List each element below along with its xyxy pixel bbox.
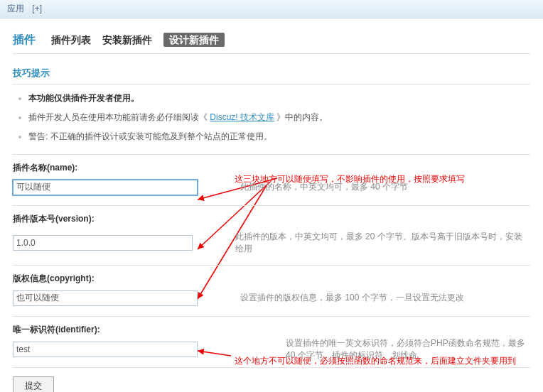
- hint-identifier: 设置插件的唯一英文标识符，必须符合PHP函数命名规范，最多 40 个字节。插件的…: [286, 337, 530, 361]
- tip-item: 插件开发人员在使用本功能前请务必仔细阅读《 Discuz! 技术文库 》中的内容…: [28, 111, 530, 124]
- nav-title: 插件: [13, 33, 36, 45]
- submit-button[interactable]: 提交: [13, 376, 54, 392]
- input-name[interactable]: [13, 180, 198, 195]
- hint-copyright: 设置插件的版权信息，最多 100 个字节，一旦设置无法更改: [240, 292, 464, 304]
- top-bar: 应用 [+]: [0, 0, 543, 18]
- app-label[interactable]: 应用: [7, 4, 24, 13]
- input-version[interactable]: [13, 235, 193, 251]
- hint-name: 此插件的名称，中英文均可，最多 40 个字节: [240, 181, 408, 193]
- tips-header: 技巧提示: [13, 60, 530, 85]
- tab-design-plugin[interactable]: 设计新插件: [163, 33, 225, 47]
- tips-list: 本功能仅供插件开发者使用。 插件开发人员在使用本功能前请务必仔细阅读《 Disc…: [13, 92, 530, 144]
- field-name: 插件名称(name): 此插件的名称，中英文均可，最多 40 个字节: [13, 154, 530, 205]
- tab-plugin-list[interactable]: 插件列表: [51, 34, 91, 45]
- field-copyright: 版权信息(copyright): 设置插件的版权信息，最多 100 个字节，一旦…: [13, 265, 530, 316]
- add-icon[interactable]: [+]: [32, 4, 42, 13]
- input-identifier[interactable]: [13, 342, 198, 357]
- tab-install-plugin[interactable]: 安装新插件: [102, 34, 152, 45]
- field-version: 插件版本号(version): 此插件的版本，中英文均可，最多 20 个字节。版…: [13, 205, 530, 265]
- tip-item: 警告: 不正确的插件设计或安装可能危及到整个站点的正常使用。: [28, 130, 530, 143]
- label-identifier: 唯一标识符(identifier):: [13, 324, 530, 336]
- submit-row: 提交: [13, 367, 530, 392]
- field-identifier: 唯一标识符(identifier): 设置插件的唯一英文标识符，必须符合PHP函…: [13, 316, 530, 367]
- plugin-nav: 插件 插件列表 安装新插件 设计新插件: [13, 26, 530, 54]
- input-copyright[interactable]: [13, 290, 198, 306]
- hint-version: 此插件的版本，中英文均可，最多 20 个字节。版本号高于旧版本号时，安装给用: [235, 231, 530, 255]
- label-copyright: 版权信息(copyright):: [13, 273, 530, 285]
- label-name: 插件名称(name):: [13, 162, 530, 174]
- tech-library-link[interactable]: Discuz! 技术文库: [210, 112, 274, 122]
- label-version: 插件版本号(version):: [13, 213, 530, 225]
- tip-item: 本功能仅供插件开发者使用。: [28, 92, 530, 105]
